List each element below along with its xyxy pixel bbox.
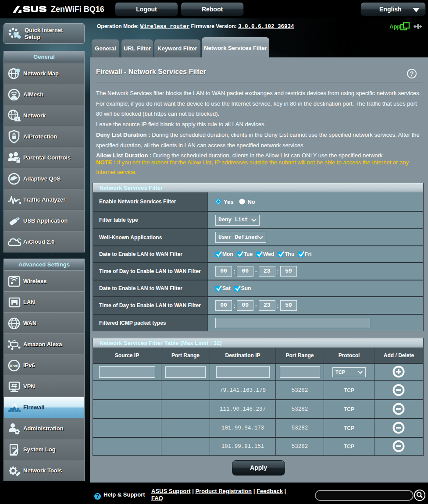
svg-text:IPv6: IPv6 (10, 363, 18, 368)
